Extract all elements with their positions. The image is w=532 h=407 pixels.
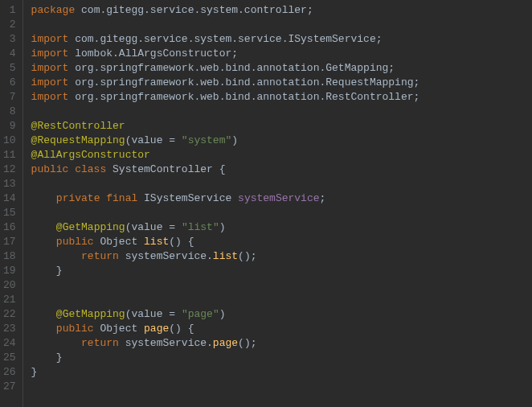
token-paren: ) (219, 308, 226, 320)
line-number: 19 (3, 264, 16, 278)
line-number: 2 (3, 18, 16, 32)
line-number: 11 (3, 148, 16, 162)
token-pkg: lombok.AllArgsConstructor; (75, 47, 238, 60)
code-line (31, 105, 420, 119)
token-kw: import (31, 47, 76, 60)
code-line: public Object page() { (31, 322, 420, 336)
line-number: 12 (3, 162, 16, 177)
code-line (31, 177, 420, 191)
token-paren: (); (238, 337, 256, 349)
line-number: 16 (3, 220, 16, 235)
line-number: 18 (3, 249, 16, 264)
line-number: 4 (3, 47, 16, 61)
code-line: @GetMapping(value = "list") (31, 220, 420, 235)
code-line: @RequestMapping(value = "system") (31, 134, 420, 148)
token-pkg: com.gitegg.service.system.service.ISyste… (75, 33, 382, 45)
token-kw: package (31, 4, 81, 16)
token-type: Object (100, 323, 144, 335)
line-number: 13 (3, 177, 16, 191)
token-pkg: } (31, 265, 63, 277)
token-pkg (31, 308, 56, 320)
line-number: 1 (3, 3, 16, 18)
token-pkg: ; (320, 192, 326, 204)
code-line: public class SystemController { (31, 162, 420, 177)
line-number-gutter: 1234567891011121314151617181920212223242… (0, 0, 23, 407)
token-kw: import (31, 62, 76, 74)
code-line: import lombok.AllArgsConstructor; (31, 47, 420, 61)
token-kw: return (81, 337, 125, 349)
token-pkg: org.springframework.web.bind.annotation.… (75, 91, 419, 103)
token-pkg (31, 236, 56, 248)
code-editor: 1234567891011121314151617181920212223242… (0, 0, 532, 407)
line-number: 23 (3, 322, 16, 336)
token-pkg: com.gitegg.service.system.controller; (81, 4, 313, 16)
token-paren: () { (169, 323, 194, 335)
token-method: page (144, 323, 169, 335)
token-pkg: org.springframework.web.bind.annotation.… (75, 76, 419, 88)
token-paren: (value = (125, 134, 182, 146)
token-pkg: org.springframework.web.bind.annotation.… (75, 62, 395, 74)
line-number: 3 (3, 32, 16, 47)
token-pkg (31, 250, 81, 262)
token-pkg (31, 192, 56, 204)
code-line: import org.springframework.web.bind.anno… (31, 61, 420, 76)
code-line (31, 380, 420, 394)
token-kw: return (81, 250, 125, 262)
token-method: list (144, 236, 169, 248)
token-paren: (value = (125, 221, 182, 233)
line-number: 8 (3, 105, 16, 119)
code-line: return systemService.list(); (31, 249, 420, 264)
token-paren: (value = (125, 308, 182, 320)
token-method: list (213, 250, 238, 262)
code-line: import org.springframework.web.bind.anno… (31, 90, 420, 105)
token-type: Object (100, 236, 144, 248)
token-pkg: } (31, 352, 63, 364)
line-number: 24 (3, 336, 16, 351)
token-pkg (31, 221, 56, 233)
token-pkg: } (31, 366, 38, 378)
token-str: "page" (182, 308, 219, 320)
code-line (31, 18, 420, 32)
code-line: import org.springframework.web.bind.anno… (31, 76, 420, 90)
code-line: } (31, 351, 420, 365)
token-type: SystemController { (113, 163, 225, 175)
code-line: import com.gitegg.service.system.service… (31, 32, 420, 47)
token-method: page (213, 337, 238, 349)
code-line: public Object list() { (31, 235, 420, 249)
token-type: ISystemService (144, 192, 238, 204)
line-number: 27 (3, 380, 16, 394)
token-kw: import (31, 33, 76, 45)
line-number: 21 (3, 293, 16, 307)
token-ann: @RestController (31, 120, 125, 132)
code-line: @AllArgsConstructor (31, 148, 420, 162)
token-pkg (31, 323, 56, 335)
line-number: 6 (3, 76, 16, 90)
token-kw: public class (31, 163, 113, 175)
token-ann: @GetMapping (56, 221, 125, 233)
token-ann: @RequestMapping (31, 134, 125, 146)
token-kw: public (56, 236, 100, 248)
token-paren: ) (219, 221, 226, 233)
line-number: 14 (3, 191, 16, 206)
code-line: } (31, 365, 420, 380)
code-line (31, 206, 420, 220)
code-line: private final ISystemService systemServi… (31, 191, 420, 206)
line-number: 5 (3, 61, 16, 76)
token-pkg: systemService. (125, 250, 213, 262)
token-kw: public (56, 323, 100, 335)
line-number: 17 (3, 235, 16, 249)
line-number: 10 (3, 134, 16, 148)
token-paren: (); (238, 250, 256, 262)
line-number: 9 (3, 119, 16, 134)
line-number: 7 (3, 90, 16, 105)
line-number: 25 (3, 351, 16, 365)
code-content[interactable]: package com.gitegg.service.system.contro… (23, 0, 420, 407)
code-line: @GetMapping(value = "page") (31, 307, 420, 322)
line-number: 20 (3, 278, 16, 293)
line-number: 22 (3, 307, 16, 322)
code-line (31, 293, 420, 307)
token-kw: private final (56, 192, 144, 204)
token-kw: import (31, 91, 76, 103)
code-line: package com.gitegg.service.system.contro… (31, 3, 420, 18)
code-line: return systemService.page(); (31, 336, 420, 351)
